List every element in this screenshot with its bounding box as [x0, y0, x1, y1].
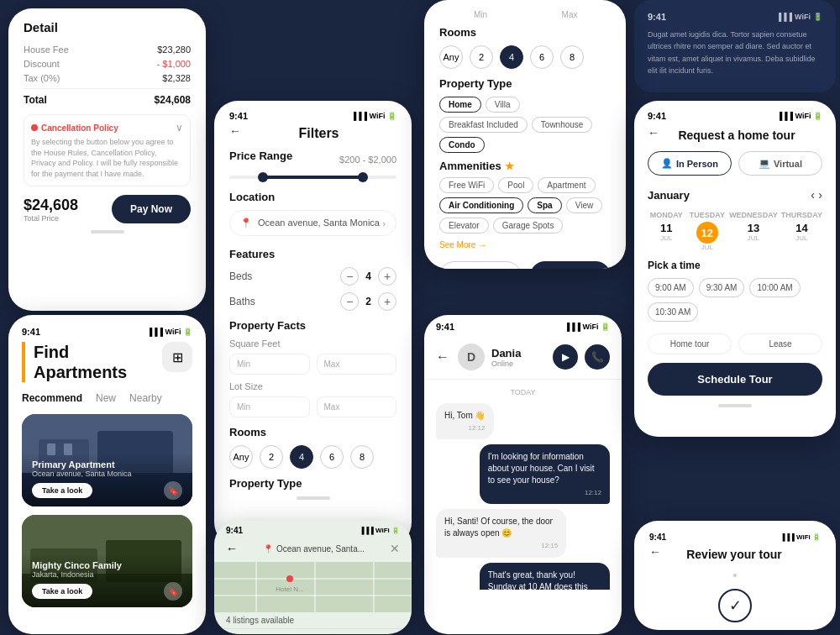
apartment-card-1[interactable]: Primary Apartment Ocean avenue, Santa Mo… [22, 414, 192, 506]
virtual-icon: 💻 [759, 158, 770, 169]
cancellation-label: Cancellation Policy [31, 123, 118, 133]
tag-pool[interactable]: Pool [498, 177, 533, 193]
baths-minus-button[interactable]: − [340, 292, 359, 311]
lot-max-select[interactable]: Max [317, 396, 397, 417]
tab-new[interactable]: New [96, 392, 116, 404]
lot-size-row[interactable]: Min Max [229, 396, 396, 417]
tag-townhouse[interactable]: Townhouse [532, 117, 593, 133]
time-slot-930[interactable]: 9:30 AM [699, 278, 745, 297]
baths-value: 2 [365, 296, 371, 307]
baths-plus-button[interactable]: + [378, 292, 396, 311]
rooms-selector[interactable]: Any 2 4 6 8 [229, 445, 396, 469]
tag-breakfast[interactable]: Breakfast Included [439, 117, 528, 133]
map-close-button[interactable]: ✕ [390, 542, 400, 555]
beds-minus-button[interactable]: − [340, 267, 359, 286]
filters2-card: Min Max Rooms Any 2 4 6 8 Property Type … [424, 0, 626, 269]
room2-opt-2[interactable]: 2 [470, 45, 493, 69]
home-tour-tag[interactable]: Home tour [648, 333, 732, 354]
rooms-selector2[interactable]: Any 2 4 6 8 [439, 45, 611, 69]
slider-thumb-left[interactable] [258, 172, 268, 182]
beds-plus-button[interactable]: + [378, 267, 396, 286]
tab-nearby[interactable]: Nearby [129, 392, 162, 404]
map-back-button[interactable]: ← [226, 542, 238, 555]
cal-day-14[interactable]: THURSDAY 14 JUL [781, 211, 822, 251]
cal-day-12[interactable]: TUESDAY 12 JUL [689, 211, 727, 251]
time-slot-1000[interactable]: 10:00 AM [749, 278, 800, 297]
sqft-min-select[interactable]: Min [229, 354, 310, 375]
time-display: 9:41 [649, 533, 666, 542]
tag-view[interactable]: View [566, 197, 603, 213]
filter-icon-button[interactable]: ⊞ [162, 342, 192, 372]
tab-recommend[interactable]: Recommend [22, 392, 82, 404]
location-selector[interactable]: 📍 Ocean avenue, Santa Monica › [229, 210, 396, 236]
time-slot-1030[interactable]: 10:30 AM [648, 302, 698, 322]
back-button[interactable]: ← [229, 124, 241, 138]
reset-button[interactable]: Reset [439, 261, 522, 269]
property-type-label2: Property Type [439, 77, 611, 90]
tag-home[interactable]: Home [439, 97, 481, 113]
video-call-button[interactable]: ▶ [553, 344, 578, 370]
map-nav-vila[interactable]: 🏡 Vila [313, 629, 363, 634]
see-more-link[interactable]: See More → [439, 240, 611, 249]
svg-point-18 [286, 575, 293, 582]
status-icons: ▐▐▐ WiFi 🔋 [780, 533, 821, 541]
next-month-button[interactable]: › [818, 188, 822, 202]
tag-apartment[interactable]: Apartment [538, 177, 595, 193]
cancellation-box: Cancellation Policy ∨ By selecting the b… [24, 114, 191, 186]
room-opt-2[interactable]: 2 [260, 445, 283, 469]
apartment-location-1: Ocean avenue, Santa Monica [32, 470, 182, 478]
prev-month-button[interactable]: ‹ [811, 188, 815, 202]
tag-condo[interactable]: Condo [439, 137, 485, 153]
room2-opt-8[interactable]: 8 [560, 45, 584, 69]
room2-opt-4[interactable]: 4 [500, 45, 523, 69]
map-nav-home[interactable]: 🏠 Home [214, 629, 264, 634]
cal-day-11[interactable]: MONDAY 11 JUL [648, 211, 685, 251]
home-icon: 🏠 [232, 633, 245, 634]
room2-opt-any[interactable]: Any [439, 45, 463, 69]
lease-tag[interactable]: Lease [738, 333, 822, 354]
time-slot-900[interactable]: 9:00 AM [648, 278, 694, 297]
apartment-card-2[interactable]: Mighty Cinco Family Jakarta, Indonesia T… [22, 515, 192, 607]
room2-opt-6[interactable]: 6 [530, 45, 554, 69]
baths-stepper: − 2 + [340, 292, 396, 311]
take-look-button-2[interactable]: Take a look [32, 584, 92, 599]
contact-status: Online [491, 359, 521, 368]
tag-spa[interactable]: Spa [528, 197, 561, 213]
status-icons: ▐▐▐ WiFi 🔋 [351, 112, 396, 120]
tour-type-virtual[interactable]: 💻 Virtual [738, 151, 822, 176]
room-opt-6[interactable]: 6 [320, 445, 344, 469]
sqft-max-select[interactable]: Max [317, 354, 397, 375]
cal-day-13[interactable]: WEDNESDAY 13 JUL [729, 211, 778, 251]
lot-min-select[interactable]: Min [229, 396, 310, 417]
tag-villa[interactable]: Villa [486, 97, 520, 113]
amenity-tags: Free WiFi Pool Apartment Air Conditionin… [439, 177, 611, 234]
room-opt-8[interactable]: 8 [350, 445, 374, 469]
tag-elevator[interactable]: Elevator [439, 218, 489, 234]
price-range-slider[interactable] [229, 176, 396, 179]
square-feet-label: Square Feet [229, 338, 396, 349]
tag-wifi[interactable]: Free WiFi [439, 177, 494, 193]
star-icon: ★ [505, 160, 514, 172]
min-label: Min [439, 10, 522, 19]
bookmark-icon-2[interactable]: 🔖 [164, 582, 182, 601]
schedule-tour-button[interactable]: Schedule Tour [648, 363, 822, 396]
apply-button[interactable]: Apply [530, 261, 611, 269]
take-look-button-1[interactable]: Take a look [32, 483, 92, 498]
tag-ac[interactable]: Air Conditioning [439, 197, 523, 213]
tour-type-in-person[interactable]: 👤 In Person [648, 151, 732, 176]
map-nav-more[interactable]: ⊕ ari karta [362, 629, 412, 634]
bookmark-icon-1[interactable]: 🔖 [164, 481, 182, 500]
find-apartments-card: 9:41 ▐▐▐ WiFi 🔋 Find Apartments ⊞ Recomm… [8, 315, 206, 634]
phone-call-button[interactable]: 📞 [585, 344, 610, 370]
total-price-big: $24,608 [24, 197, 78, 214]
apartment-icon: 🏢 [281, 633, 295, 634]
sqft-row[interactable]: Min Max [229, 354, 396, 375]
map-nav-apartment[interactable]: 🏢 Apartment [264, 629, 313, 634]
pay-now-button[interactable]: Pay Now [112, 195, 191, 223]
tag-garage[interactable]: Garage Spots [493, 218, 564, 234]
cancellation-text: By selecting the button below you agree … [31, 137, 183, 179]
slider-thumb-right[interactable] [358, 172, 368, 182]
room-opt-any[interactable]: Any [229, 445, 253, 469]
room-opt-4[interactable]: 4 [290, 445, 313, 469]
chat-back-button[interactable]: ← [436, 349, 449, 365]
